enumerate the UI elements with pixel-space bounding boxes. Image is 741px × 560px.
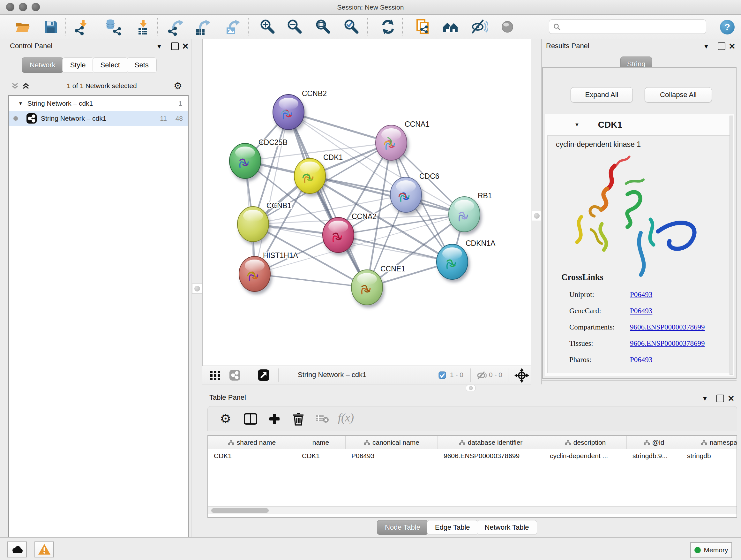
hidden-eye-icon[interactable] — [476, 371, 488, 380]
column-header--id[interactable]: @id — [627, 436, 681, 449]
collection-caret-icon[interactable]: ▼ — [18, 101, 23, 106]
tab-select[interactable]: Select — [92, 57, 128, 73]
node-CDC6[interactable] — [390, 177, 421, 212]
tab-sets[interactable]: Sets — [127, 57, 157, 73]
crosslink-link[interactable]: P06493 — [630, 307, 723, 315]
expand-all-button[interactable]: Expand All — [570, 87, 633, 103]
search-input[interactable] — [561, 23, 699, 30]
selected-checkbox-icon[interactable] — [439, 371, 446, 379]
collapse-all-button[interactable]: Collapse All — [645, 87, 712, 103]
close-panel-icon[interactable]: ✕ — [728, 394, 735, 403]
zoom-out-icon[interactable] — [286, 18, 304, 36]
table-cell[interactable]: stringdb — [681, 449, 737, 462]
tab-edge-table[interactable]: Edge Table — [427, 520, 478, 535]
table-cell[interactable]: CDK1 — [208, 449, 296, 462]
network-canvas[interactable]: CCNB2 CCNA1 CDC25B CDK1 CDC6 RB1 CCNB1 C… — [202, 39, 531, 366]
float-panel-icon[interactable]: ▼ — [702, 395, 708, 401]
split-columns-icon[interactable] — [244, 413, 258, 425]
cdk1-section-header[interactable]: ▼ CDK1 — [545, 114, 734, 135]
search-field[interactable] — [549, 19, 706, 34]
crosslink-link[interactable]: 9606.ENSP00000378699 — [630, 323, 723, 331]
zoom-in-icon[interactable] — [259, 18, 277, 36]
home-icon[interactable] — [442, 18, 460, 36]
formula-fx-icon[interactable]: f(x) — [338, 411, 354, 424]
expand-all-icon[interactable] — [22, 82, 30, 90]
table-cell[interactable]: CDK1 — [296, 449, 346, 462]
float-panel-icon[interactable]: ▼ — [156, 43, 162, 50]
node-CCNA1[interactable] — [376, 125, 407, 160]
column-header-namespace[interactable]: namespace — [681, 436, 737, 449]
crosslink-link[interactable]: P06493 — [630, 356, 723, 364]
memory-button[interactable]: Memory — [690, 542, 732, 558]
import-table-icon[interactable] — [134, 18, 151, 36]
column-header-description[interactable]: description — [544, 436, 627, 449]
open-folder-icon[interactable] — [13, 18, 31, 36]
maximize-panel-icon[interactable] — [717, 395, 724, 402]
section-caret-icon[interactable]: ▼ — [575, 122, 580, 128]
column-header-name[interactable]: name — [296, 436, 346, 449]
share-document-icon[interactable] — [414, 18, 432, 36]
open-in-window-icon[interactable] — [257, 369, 270, 381]
edge-CCNA2-CDKN1A[interactable] — [338, 235, 452, 262]
maximize-panel-icon[interactable] — [171, 43, 179, 50]
crosslink-link[interactable]: P06493 — [630, 291, 723, 299]
left-splitter-handle[interactable] — [192, 284, 202, 294]
horizontal-splitter-handle[interactable] — [466, 385, 475, 391]
warning-button[interactable] — [35, 542, 54, 557]
network-row-selected[interactable]: String Network – cdk1 11 48 — [9, 111, 188, 126]
crosslink-link[interactable]: 9606.ENSP00000378699 — [630, 339, 723, 348]
collapse-all-icon[interactable] — [11, 82, 19, 90]
node-CDKN1A[interactable] — [436, 244, 468, 279]
edge-CCNB2-HIST1H1A[interactable] — [255, 112, 288, 274]
node-CCNB2[interactable] — [273, 95, 304, 130]
table-row[interactable]: CDK1CDK1P064939606.ENSP00000378699cyclin… — [208, 449, 737, 462]
zoom-selected-icon[interactable] — [343, 18, 360, 36]
export-image-icon[interactable] — [223, 18, 241, 36]
show-all-icon[interactable] — [498, 18, 516, 36]
cloud-button[interactable] — [7, 542, 27, 557]
birdseye-grid-icon[interactable] — [209, 369, 221, 381]
delete-column-icon[interactable] — [292, 412, 305, 426]
save-icon[interactable] — [42, 18, 60, 36]
edge-HIST1H1A-CCNE1[interactable] — [255, 274, 367, 287]
table-hscrollbar[interactable] — [208, 506, 737, 514]
table-gear-icon[interactable]: ⚙ — [220, 412, 231, 425]
column-header-database-identifier[interactable]: database identifier — [438, 436, 544, 449]
table-cell[interactable]: 9606.ENSP00000378699 — [438, 449, 544, 462]
fit-crosshair-icon[interactable] — [515, 368, 529, 383]
tab-network-table[interactable]: Network Table — [477, 520, 537, 535]
zoom-fit-icon[interactable] — [314, 18, 332, 36]
node-CCNA2[interactable] — [323, 217, 354, 253]
close-panel-icon[interactable]: ✕ — [729, 42, 736, 51]
node-CDC25B[interactable] — [229, 143, 261, 179]
network-collection-row[interactable]: ▼ String Network – cdk1 1 — [9, 96, 188, 111]
help-button[interactable]: ? — [720, 20, 735, 35]
export-network-icon[interactable] — [167, 18, 185, 36]
export-table-icon[interactable] — [194, 18, 212, 36]
left-splitter[interactable] — [192, 39, 203, 537]
table-cell[interactable]: stringdb:9... — [627, 449, 681, 462]
table-cell[interactable]: cyclin-dependent ... — [544, 449, 627, 462]
table-hscrollbar-thumb[interactable] — [211, 508, 269, 513]
tab-node-table[interactable]: Node Table — [377, 520, 428, 535]
results-scrollbar[interactable] — [730, 116, 733, 375]
node-RB1[interactable] — [449, 197, 480, 232]
node-CCNB1[interactable] — [238, 206, 269, 242]
hide-selected-icon[interactable] — [470, 18, 488, 36]
close-panel-icon[interactable]: ✕ — [182, 42, 189, 51]
node-HIST1H1A[interactable] — [239, 256, 270, 292]
refresh-layout-icon[interactable] — [379, 18, 397, 36]
tab-style[interactable]: Style — [62, 57, 94, 73]
column-header-canonical-name[interactable]: canonical name — [346, 436, 438, 449]
node-CCNE1[interactable] — [351, 270, 383, 305]
gear-icon[interactable]: ⚙ — [174, 81, 182, 91]
horizontal-splitter[interactable] — [202, 384, 741, 391]
tab-network[interactable]: Network — [22, 57, 64, 73]
right-splitter-handle[interactable] — [532, 211, 542, 221]
string-network-gray-icon[interactable] — [229, 369, 241, 381]
add-column-icon[interactable] — [268, 413, 280, 425]
import-network-icon[interactable] — [74, 18, 91, 36]
right-splitter[interactable] — [531, 39, 541, 384]
float-panel-icon[interactable]: ▼ — [703, 43, 710, 50]
import-database-icon[interactable] — [105, 18, 122, 36]
